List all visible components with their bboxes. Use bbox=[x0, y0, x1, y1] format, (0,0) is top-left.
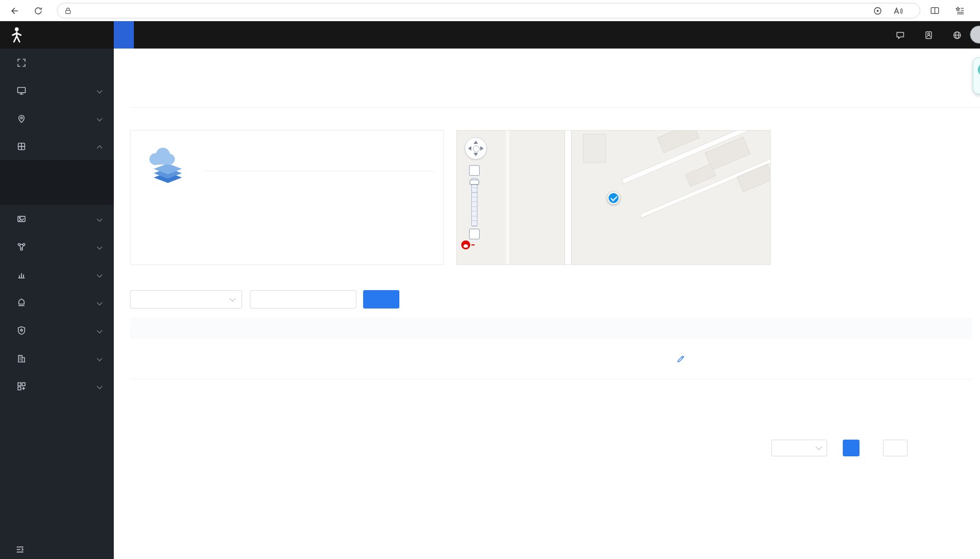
zoom-slider[interactable] bbox=[471, 178, 477, 227]
enterprise-icon bbox=[17, 354, 26, 363]
floating-support-widget[interactable] bbox=[973, 57, 980, 94]
detail-tabs bbox=[130, 84, 980, 108]
map-road bbox=[506, 131, 509, 265]
nav-tab-iot[interactable] bbox=[114, 21, 134, 49]
sidebar-item-gateway-mgmt[interactable] bbox=[0, 205, 114, 233]
sidebar-item-scene-mgmt[interactable] bbox=[0, 104, 114, 132]
variable-search-input[interactable] bbox=[250, 290, 356, 309]
zoom-in-button[interactable] bbox=[469, 165, 480, 176]
device-fields bbox=[203, 178, 265, 262]
chevron-down-icon bbox=[97, 88, 103, 94]
map-pan-control[interactable] bbox=[465, 137, 487, 160]
refresh-icon bbox=[33, 6, 43, 16]
scene-icon bbox=[17, 114, 26, 123]
language-switch[interactable] bbox=[953, 31, 965, 40]
map-road bbox=[564, 131, 572, 265]
goto-page-input[interactable] bbox=[883, 440, 907, 456]
collapse-sidebar-icon[interactable] bbox=[16, 545, 25, 554]
device-type-icon bbox=[146, 145, 185, 184]
chevron-down-icon bbox=[97, 116, 103, 122]
sidebar-item-device-template[interactable] bbox=[0, 182, 114, 205]
chevron-down-icon bbox=[97, 300, 103, 306]
field-description bbox=[203, 248, 265, 262]
field-organization bbox=[203, 178, 265, 192]
product-nav bbox=[114, 21, 194, 49]
gateway-icon bbox=[17, 214, 26, 224]
field-gateway bbox=[203, 206, 265, 220]
field-template bbox=[203, 192, 265, 206]
sidebar-item-screen-mgmt[interactable] bbox=[0, 76, 114, 104]
sidebar-item-scada-mgmt[interactable] bbox=[0, 233, 114, 261]
chevron-down-icon bbox=[97, 356, 103, 362]
extension-icon bbox=[17, 382, 26, 391]
table-header-row bbox=[130, 317, 972, 339]
chevron-down-icon bbox=[97, 272, 103, 278]
zoom-out-button[interactable] bbox=[469, 229, 480, 239]
sidebar-item-overview[interactable] bbox=[0, 49, 114, 76]
browser-back-button[interactable] bbox=[7, 3, 22, 18]
sidebar-item-value-added-services[interactable] bbox=[0, 316, 114, 344]
nav-tab-mall[interactable] bbox=[174, 21, 194, 49]
zoom-slider-handle[interactable] bbox=[470, 180, 479, 185]
chevron-down-icon bbox=[97, 328, 103, 334]
split-screen-icon[interactable] bbox=[927, 3, 943, 18]
lock-icon[interactable] bbox=[64, 7, 72, 15]
overview-icon bbox=[17, 58, 26, 68]
support-link[interactable] bbox=[896, 31, 909, 40]
pan-up-icon[interactable] bbox=[474, 141, 478, 144]
pagination bbox=[764, 439, 907, 457]
pan-right-icon[interactable] bbox=[480, 146, 484, 151]
map-block bbox=[583, 134, 606, 163]
cell-current-value bbox=[672, 355, 896, 363]
sidebar-item-enterprise-config[interactable] bbox=[0, 344, 114, 372]
chevron-up-icon bbox=[97, 146, 103, 151]
variable-type-select[interactable] bbox=[130, 290, 242, 309]
device-mgmt-submenu bbox=[0, 160, 114, 205]
pan-down-icon[interactable] bbox=[474, 153, 478, 156]
read-aloud-icon[interactable] bbox=[893, 6, 902, 16]
tracking-icon[interactable] bbox=[873, 6, 882, 16]
baidu-map-logo bbox=[460, 239, 475, 250]
collections-icon[interactable] bbox=[952, 3, 968, 18]
alarm-icon bbox=[17, 298, 26, 307]
sidebar-item-device-list[interactable] bbox=[0, 160, 114, 182]
permissions-link[interactable] bbox=[924, 31, 937, 40]
chevron-down-icon bbox=[815, 444, 822, 450]
nav-tab-sim[interactable] bbox=[154, 21, 174, 49]
sidebar-item-data-center[interactable] bbox=[0, 261, 114, 288]
main-content bbox=[114, 49, 980, 559]
divider bbox=[203, 171, 435, 171]
app-logo[interactable] bbox=[0, 21, 114, 49]
nav-tab-dm[interactable] bbox=[134, 21, 154, 49]
vas-icon bbox=[17, 326, 26, 335]
chevron-down-icon bbox=[97, 384, 103, 389]
sidebar-footer bbox=[0, 545, 114, 554]
user-avatar[interactable] bbox=[970, 26, 980, 44]
data-icon bbox=[17, 270, 26, 280]
query-button[interactable] bbox=[363, 290, 399, 309]
browser-chrome bbox=[0, 0, 980, 21]
device-map[interactable] bbox=[456, 130, 771, 265]
page-1-button[interactable] bbox=[843, 440, 860, 456]
page-size-select[interactable] bbox=[771, 440, 827, 456]
sidebar-item-alarm-linkage[interactable] bbox=[0, 288, 114, 316]
device-info-card bbox=[130, 130, 444, 265]
address-bar[interactable] bbox=[57, 3, 920, 18]
badge-icon bbox=[924, 31, 933, 40]
back-icon bbox=[9, 6, 20, 16]
device-location-marker[interactable] bbox=[607, 192, 620, 204]
field-tags bbox=[203, 234, 265, 248]
header-utilities bbox=[896, 21, 965, 49]
sidebar-item-extensions[interactable] bbox=[0, 372, 114, 400]
app-header bbox=[0, 21, 980, 49]
usr-person-icon bbox=[9, 26, 25, 44]
chevron-down-icon bbox=[97, 244, 103, 250]
sidebar-item-device-mgmt[interactable] bbox=[0, 132, 114, 160]
sidebar bbox=[0, 49, 114, 559]
pan-left-icon[interactable] bbox=[468, 146, 471, 151]
edit-value-icon[interactable] bbox=[677, 355, 685, 363]
browser-refresh-button[interactable] bbox=[30, 3, 46, 18]
chevron-down-icon bbox=[229, 295, 235, 301]
device-icon bbox=[17, 142, 26, 151]
screen-icon bbox=[17, 86, 26, 95]
